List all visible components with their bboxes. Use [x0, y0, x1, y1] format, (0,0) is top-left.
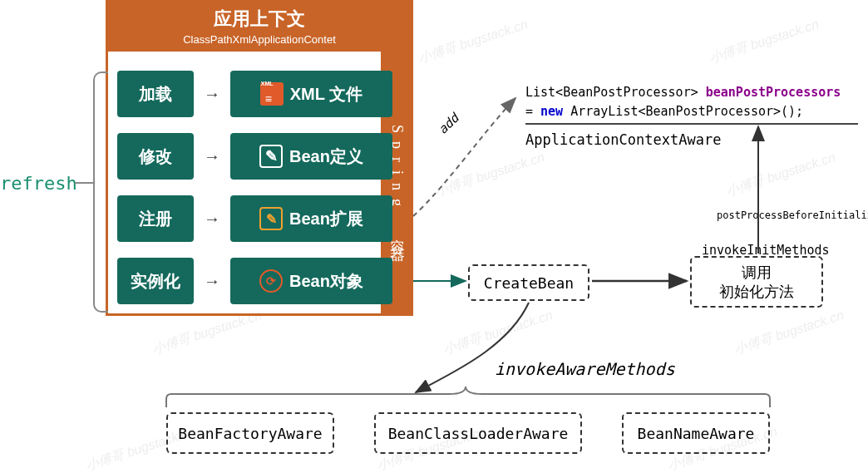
header-title: 应用上下文: [106, 7, 413, 32]
step-target: Bean定义: [289, 145, 363, 168]
step-target-box: Bean对象: [230, 258, 392, 304]
refresh-label: refresh: [0, 173, 77, 194]
arrow-icon: →: [204, 147, 220, 166]
code-snippet: List<BeanPostProcessor> beanPostProcesso…: [525, 83, 841, 121]
step-instantiate-bean: 实例化 → Bean对象: [117, 258, 392, 304]
arrow-icon: →: [204, 85, 220, 104]
bean-name-aware-box: BeanNameAware: [622, 412, 770, 454]
step-action: 注册: [117, 195, 194, 242]
extension-icon: [259, 207, 283, 230]
create-bean-box: CreateBean: [468, 264, 589, 301]
step-target: Bean对象: [289, 270, 363, 293]
post-process-before-init-label: postProcessBeforeInitialization: [717, 209, 868, 221]
step-action: 实例化: [117, 258, 194, 304]
step-action: 修改: [117, 133, 194, 180]
bean-class-loader-aware-box: BeanClassLoaderAware: [374, 412, 582, 454]
app-context-header: 应用上下文 ClassPathXmlApplicationContet: [106, 0, 413, 52]
step-target-box: Bean扩展: [230, 195, 392, 242]
step-target: Bean扩展: [289, 208, 363, 230]
xml-file-icon: [260, 82, 284, 106]
add-label: add: [436, 111, 462, 137]
code-underline: [525, 123, 858, 125]
edit-icon: [259, 145, 283, 168]
header-subtitle: ClassPathXmlApplicationContet: [106, 33, 413, 46]
arrow-icon: →: [204, 272, 220, 291]
step-target-box: Bean定义: [230, 133, 392, 180]
step-action: 加载: [117, 71, 194, 117]
step-modify-bean-def: 修改 → Bean定义: [117, 133, 392, 180]
refresh-bracket: [93, 71, 108, 313]
bean-factory-aware-box: BeanFactoryAware: [166, 412, 334, 454]
step-register-bean-ext: 注册 → Bean扩展: [117, 195, 392, 242]
invoke-init-methods-label: invokeInitMethods: [702, 243, 830, 258]
instantiate-icon: [259, 269, 283, 293]
step-load-xml: 加载 → XML 文件: [117, 71, 392, 117]
arrow-icon: →: [204, 209, 220, 229]
application-context-aware-label: ApplicationContextAware: [525, 131, 721, 148]
invoke-aware-methods-label: invokeAwareMethods: [495, 359, 675, 379]
step-target: XML 文件: [290, 83, 362, 106]
init-method-box: 调用初始化方法: [690, 256, 823, 308]
step-target-box: XML 文件: [230, 71, 392, 117]
